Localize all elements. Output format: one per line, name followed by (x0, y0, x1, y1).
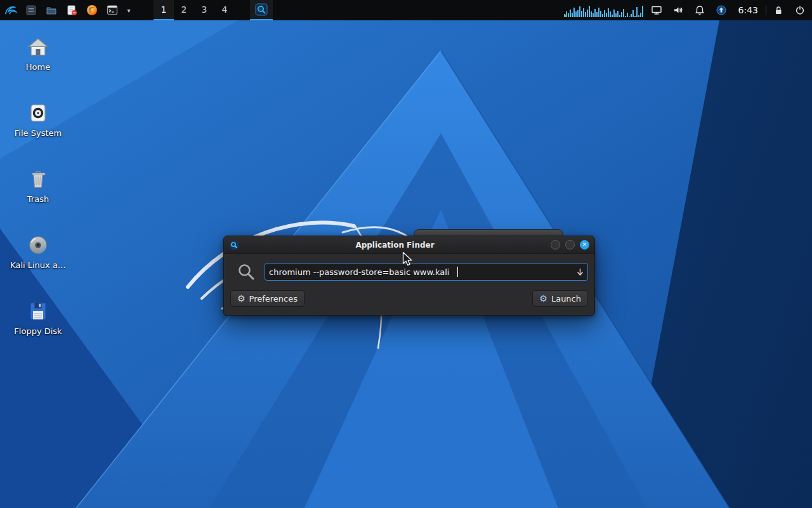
home-icon (27, 37, 49, 57)
launch-icon: ⚙ (539, 294, 547, 303)
text-caret (457, 267, 458, 277)
panel-launchers: ▾ 1 2 3 4 (0, 0, 273, 20)
clock[interactable]: 6:43 (733, 5, 763, 15)
workspace-1[interactable]: 1 (154, 0, 174, 20)
launch-label: Launch (551, 294, 581, 304)
search-icon (237, 262, 256, 281)
desktop-icon-file-system[interactable]: File System (8, 103, 69, 138)
preferences-button[interactable]: ⚙ Preferences (230, 290, 304, 307)
drive-icon (27, 103, 49, 123)
top-panel: ▾ 1 2 3 4 (0, 0, 812, 20)
gear-icon: ⚙ (237, 294, 246, 303)
folder-icon[interactable] (43, 0, 60, 20)
dialog-button-row: ⚙ Preferences ⚙ Launch (224, 290, 594, 307)
kali-menu-icon[interactable] (3, 0, 19, 20)
lock-icon[interactable] (769, 0, 788, 20)
desktop-icon-floppy[interactable]: Floppy Disk (8, 301, 69, 336)
dropdown-arrow-icon[interactable] (576, 267, 584, 276)
volume-icon[interactable] (669, 0, 688, 20)
cpu-graph[interactable] (563, 2, 645, 18)
file-manager-icon[interactable] (23, 0, 39, 20)
search-entry (265, 263, 588, 281)
workspace-switcher: 1 2 3 4 (154, 0, 235, 20)
preferences-label: Preferences (249, 294, 298, 304)
desktop-icon-label: Floppy Disk (14, 326, 62, 336)
workspace-4[interactable]: 4 (214, 0, 235, 20)
text-editor-icon[interactable] (63, 0, 80, 20)
desktop-icon-label: File System (15, 128, 62, 138)
close-button[interactable]: ✕ (580, 240, 589, 250)
taskbar-application-finder[interactable] (250, 0, 273, 20)
terminal-icon[interactable] (104, 0, 121, 20)
dialog-body (224, 254, 594, 281)
trash-icon (27, 169, 49, 189)
disc-icon (27, 235, 49, 255)
desktop-icon-label: Trash (27, 194, 49, 204)
launch-button[interactable]: ⚙ Launch (532, 290, 588, 307)
application-finder-window: Application Finder ✕ ⚙ (223, 236, 595, 316)
desktop-icon-trash[interactable]: Trash (8, 169, 69, 204)
maximize-button[interactable] (565, 240, 575, 250)
application-finder-task-icon (254, 3, 268, 17)
minimize-button[interactable] (551, 240, 560, 250)
desktop-icon-label: Home (26, 62, 50, 72)
desktop-icon-label: Kali Linux a… (10, 260, 66, 270)
firefox-icon[interactable] (84, 0, 100, 20)
desktop-icon-kali-cd[interactable]: Kali Linux a… (8, 235, 69, 270)
workspace-3[interactable]: 3 (194, 0, 214, 20)
updates-icon[interactable] (712, 0, 731, 20)
notifications-bell-icon[interactable] (690, 0, 709, 20)
titlebar[interactable]: Application Finder ✕ (224, 236, 594, 254)
terminal-dropdown-arrow-icon[interactable]: ▾ (124, 0, 133, 20)
close-icon: ✕ (582, 242, 587, 248)
desktop-icon-home[interactable]: Home (8, 37, 69, 72)
application-finder-icon (229, 240, 239, 250)
power-icon[interactable] (790, 0, 809, 20)
desktop-icon-list: Home File System Trash (8, 37, 69, 336)
cpu-indicator-dot (565, 15, 567, 17)
panel-tray: 6:43 (563, 0, 812, 20)
window-buttons: ✕ (551, 240, 589, 250)
window-title: Application Finder (239, 241, 551, 250)
panel-separator (766, 5, 766, 15)
search-input[interactable] (269, 267, 571, 277)
workspace-2[interactable]: 2 (174, 0, 194, 20)
floppy-icon (27, 301, 49, 321)
display-settings-icon[interactable] (647, 0, 666, 20)
